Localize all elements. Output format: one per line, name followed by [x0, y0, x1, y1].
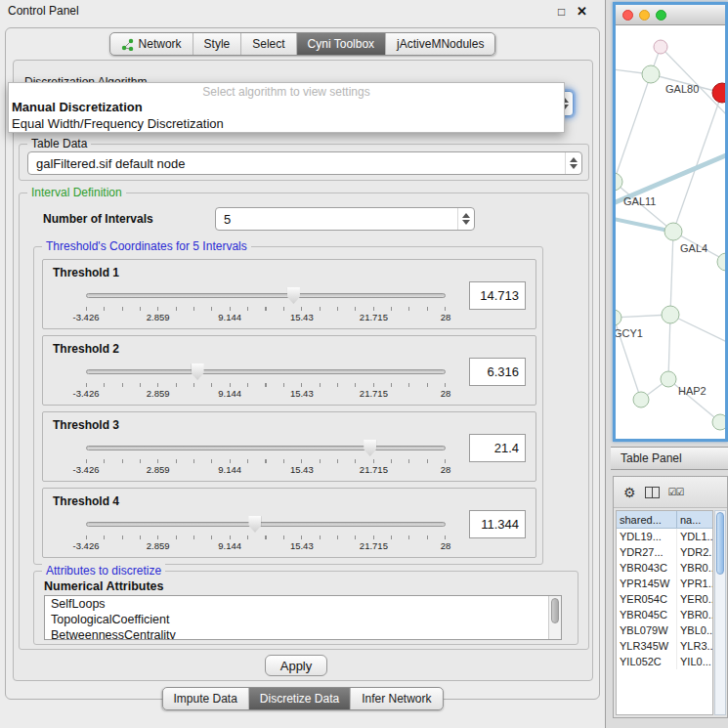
- close-button[interactable]: [622, 10, 633, 21]
- apply-button[interactable]: Apply: [265, 655, 327, 676]
- table-cell[interactable]: YIL0...: [677, 654, 712, 669]
- network-canvas[interactable]: GAL80GAL11GAL4GCY1HAP2: [616, 25, 725, 439]
- tab-label: Select: [252, 37, 284, 51]
- table-row[interactable]: YIL052CYIL0...: [617, 654, 712, 669]
- list-item[interactable]: TopologicalCoefficient: [45, 612, 561, 627]
- network-node[interactable]: [712, 414, 725, 430]
- list-item[interactable]: BetweennessCentrality: [45, 627, 561, 640]
- scrollbar-thumb[interactable]: [716, 512, 724, 575]
- slider-track[interactable]: [86, 293, 446, 298]
- threshold-1-slider[interactable]: [86, 287, 446, 305]
- dropdown-hint: Select algorithm to view settings: [9, 85, 564, 99]
- table-cell[interactable]: YDL1...: [677, 529, 712, 544]
- slider-thumb[interactable]: [364, 440, 376, 456]
- column-header-name[interactable]: na...: [677, 511, 712, 528]
- number-of-intervals-combobox[interactable]: 5: [215, 207, 475, 231]
- tab-select[interactable]: Select: [240, 33, 295, 55]
- tab-infer-network[interactable]: Infer Network: [350, 688, 442, 709]
- table-cell[interactable]: YPR1...: [677, 576, 712, 591]
- table-scrollbar[interactable]: [714, 510, 726, 715]
- network-edge: [670, 315, 725, 344]
- network-node[interactable]: [712, 83, 725, 103]
- network-node[interactable]: [662, 306, 679, 323]
- close-panel-icon[interactable]: ✕: [577, 4, 587, 19]
- threshold-3-value-field[interactable]: 21.4: [469, 434, 526, 462]
- minimize-button[interactable]: [639, 10, 650, 21]
- network-node[interactable]: [717, 253, 725, 271]
- attributes-scrollbar[interactable]: [548, 596, 561, 639]
- table-cell[interactable]: YBL0...: [677, 622, 712, 638]
- table-data-selected-value: galFiltered.sif default node: [36, 156, 185, 171]
- slider-thumb[interactable]: [192, 364, 204, 380]
- network-node[interactable]: [664, 223, 682, 240]
- tab-style[interactable]: Style: [193, 33, 241, 55]
- table-cell[interactable]: YIL052C: [617, 654, 677, 669]
- table-row[interactable]: YBL079WYBL0...: [617, 622, 712, 638]
- table-panel-title: Table Panel: [621, 451, 682, 465]
- number-of-intervals-label: Number of Intervals: [43, 212, 153, 226]
- column-chooser-icon[interactable]: [645, 487, 660, 498]
- table-row[interactable]: YBR045CYBR0...: [617, 607, 712, 622]
- table-cell[interactable]: YBR043C: [617, 560, 677, 576]
- threshold-2-slider[interactable]: [86, 364, 446, 381]
- slider-thumb[interactable]: [248, 516, 261, 533]
- network-node[interactable]: [616, 310, 621, 325]
- network-node-label: HAP2: [678, 385, 707, 397]
- scrollbar-thumb[interactable]: [551, 598, 559, 623]
- zoom-button[interactable]: [656, 10, 666, 21]
- slider-scale-label: 9.144: [218, 464, 241, 475]
- list-item[interactable]: SelfLoops: [45, 596, 561, 612]
- tab-discretize-data[interactable]: Discretize Data: [248, 688, 350, 709]
- slider-ticks: [86, 307, 446, 311]
- threshold-3-slider[interactable]: [86, 440, 446, 457]
- table-cell[interactable]: YLR3...: [677, 638, 712, 654]
- table-row[interactable]: YDL19...YDL1...: [617, 529, 712, 544]
- threshold-2-value-field[interactable]: 6.316: [469, 358, 526, 386]
- table-row[interactable]: YDR27...YDR2...: [617, 544, 712, 560]
- table-cell[interactable]: YBR0...: [677, 607, 712, 622]
- table-cell[interactable]: YLR345W: [617, 638, 677, 654]
- table-cell[interactable]: YER054C: [617, 591, 677, 607]
- table-row[interactable]: YER054CYER0...: [617, 591, 712, 607]
- table-row[interactable]: YLR345WYLR3...: [617, 638, 712, 654]
- slider-track[interactable]: [86, 369, 446, 374]
- table-row[interactable]: YBR043CYBR0...: [617, 560, 712, 576]
- slider-scale-label: 2.859: [147, 540, 170, 551]
- table-cell[interactable]: YPR145W: [617, 576, 677, 591]
- network-node[interactable]: [633, 392, 649, 407]
- table-data-combobox[interactable]: galFiltered.sif default node: [27, 151, 582, 175]
- float-window-icon[interactable]: □: [558, 5, 565, 19]
- column-header-shared-name[interactable]: shared...: [617, 511, 677, 528]
- threshold-4-slider[interactable]: [86, 516, 446, 534]
- tab-jactivemnodules[interactable]: jActiveMNodules: [385, 33, 494, 55]
- tab-impute-data[interactable]: Impute Data: [162, 688, 247, 709]
- network-icon: [121, 38, 134, 51]
- threshold-1-value-field[interactable]: 14.713: [469, 281, 526, 310]
- table-cell[interactable]: YBR045C: [617, 607, 677, 622]
- table-cell[interactable]: YER0...: [677, 591, 712, 607]
- threshold-4-panel: Threshold 4 -3.4262.8599.14415.4321.7152…: [42, 488, 536, 558]
- tab-network[interactable]: Network: [110, 33, 193, 55]
- slider-thumb[interactable]: [287, 287, 300, 304]
- dropdown-option-manual-discretization[interactable]: Manual Discretization: [12, 100, 143, 114]
- slider-scale-label: 2.859: [147, 312, 170, 322]
- gear-icon[interactable]: ⚙: [623, 486, 636, 499]
- threshold-4-value-field[interactable]: 11.344: [469, 510, 526, 538]
- network-node[interactable]: [654, 40, 667, 54]
- table-cell[interactable]: YDR27...: [617, 544, 677, 560]
- table-header-row: shared... na...: [617, 511, 712, 529]
- slider-track[interactable]: [86, 522, 446, 527]
- network-node[interactable]: [642, 65, 660, 83]
- network-node[interactable]: [661, 371, 676, 387]
- tab-cyni-toolbox[interactable]: Cyni Toolbox: [296, 33, 385, 55]
- table-cell[interactable]: YBR0...: [677, 560, 712, 576]
- dropdown-option-equal-width-frequency[interactable]: Equal Width/Frequency Discretization: [12, 116, 224, 131]
- table-cell[interactable]: YDR2...: [677, 544, 712, 560]
- table-cell[interactable]: YBL079W: [617, 622, 677, 638]
- table-cell[interactable]: YDL19...: [617, 529, 677, 544]
- slider-track[interactable]: [86, 446, 446, 450]
- select-columns-icon[interactable]: ☑☑: [668, 487, 684, 497]
- slider-ticks: [86, 535, 446, 539]
- table-row[interactable]: YPR145WYPR1...: [617, 576, 712, 591]
- network-graph[interactable]: GAL80GAL11GAL4GCY1HAP2: [616, 25, 725, 439]
